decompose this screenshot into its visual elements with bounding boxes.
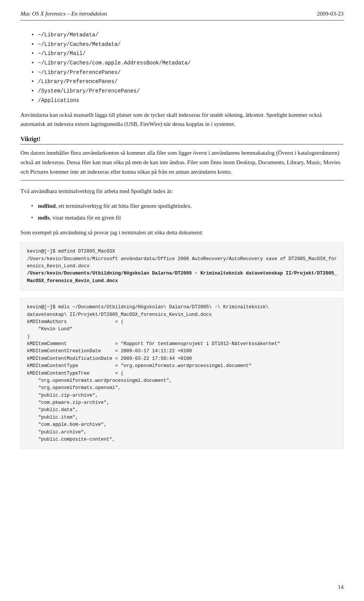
viktigt-box: Om datorn innehåller flera användarkonto… — [20, 144, 344, 180]
tool-mdls-name: mdls — [38, 215, 50, 221]
header-date: 2009-03-23 — [317, 11, 344, 17]
list-item: ~/Library/Caches/com.apple.AddressBook/M… — [31, 59, 344, 67]
code-block-mdls: kevin@[~]$ mdls ~/Documents/Utbildning/H… — [20, 298, 344, 449]
list-item: ~/Library/PreferencePanes/ — [31, 69, 344, 77]
tools-intro-para: Två användbara terminalverktyg för arbet… — [20, 187, 344, 196]
tool-mdls: mdls, visar metadata för en given fil — [31, 213, 344, 223]
tools-list: mdfind, ett terminalverktyg för att hitt… — [20, 201, 344, 223]
list-item: /Applications — [31, 97, 344, 105]
list-item: ~/Library/Metadata/ — [31, 31, 344, 39]
tool-mdfind-desc: , ett terminalverktyg för att hitta file… — [56, 203, 192, 209]
code-block-mdfind: kevin@[~]$ mdfind DT2005_MacOSX /Users/k… — [20, 242, 344, 290]
viktigt-text: Om datorn innehåller flera användarkonto… — [20, 148, 344, 176]
viktigt-section: Viktigt! Om datorn innehåller flera anvä… — [20, 136, 344, 180]
tool-mdls-desc: , visar metadata för en given fil — [50, 215, 121, 221]
body-paragraph-1: Användarna kan också manuellt lägga till… — [20, 110, 344, 129]
list-item: /System/Library/PreferencePanes/ — [31, 87, 344, 96]
code-normal-text: kevin@[~]$ mdfind DT2005_MacOSX /Users/k… — [27, 249, 337, 269]
page-header: Mac OS X forensics – En introduktion 200… — [20, 11, 344, 20]
header-title: Mac OS X forensics – En introduktion — [20, 11, 107, 17]
code-bold-text: /Users/kevin/Documents/Utbildning/Högsko… — [27, 271, 337, 283]
list-item: /Library/PreferencePanes/ — [31, 78, 344, 86]
example-intro-para: Som exempel på användning så provar jag … — [20, 228, 344, 237]
page-wrapper: Mac OS X forensics – En introduktion 200… — [0, 0, 364, 479]
path-list: ~/Library/Metadata/ ~/Library/Caches/Met… — [20, 31, 344, 105]
list-item: ~/Library/Mail/ — [31, 50, 344, 58]
tool-mdfind-name: mdfind — [38, 203, 56, 209]
viktigt-heading: Viktigt! — [20, 136, 344, 143]
page-number: 14 — [338, 584, 344, 590]
tool-mdfind: mdfind, ett terminalverktyg för att hitt… — [31, 201, 344, 211]
list-item: ~/Library/Caches/Metadata/ — [31, 41, 344, 49]
